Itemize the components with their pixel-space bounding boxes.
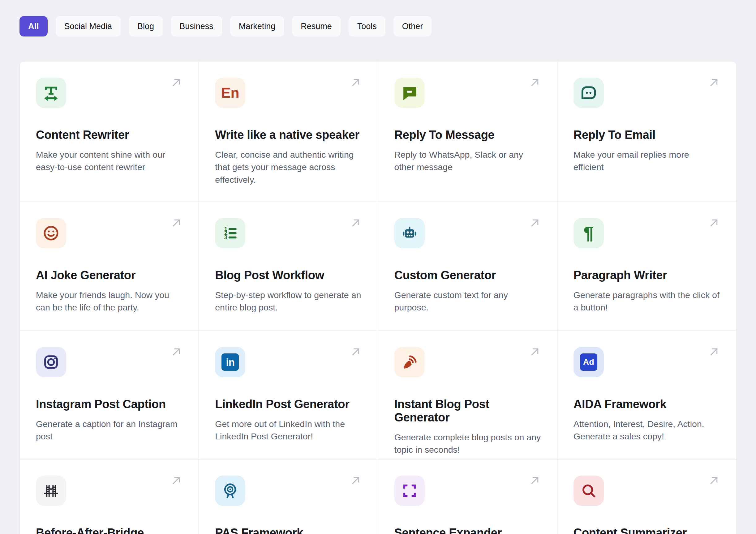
card-header [394,347,542,377]
template-card[interactable]: Custom Generator Generate custom text fo… [378,202,557,331]
card-title: Paragraph Writer [574,269,721,282]
expand-icon [394,475,425,506]
card-description: Generate a caption for an Instagram post [36,418,183,443]
card-header [574,475,721,506]
card-header [215,475,362,506]
card-title: Reply To Email [574,128,721,142]
template-grid-container: Content Rewriter Make your content shine… [19,61,737,534]
card-description: Attention, Interest, Desire, Action. Gen… [574,418,721,443]
bridge-icon [36,475,66,506]
arrow-up-right-icon[interactable] [528,76,542,89]
smiley-icon [36,218,66,248]
template-card[interactable]: Instant Blog Post Generator Generate com… [378,331,557,459]
card-header [574,78,721,108]
arrow-up-right-icon[interactable] [349,76,363,89]
quill-signal-icon [394,347,425,377]
card-header [394,78,542,108]
card-title: AI Joke Generator [36,269,183,282]
arrow-up-right-icon[interactable] [170,76,183,89]
arrow-up-right-icon[interactable] [170,474,183,487]
chat-dots-icon [574,78,604,108]
category-filter-pill[interactable]: Tools [349,16,386,37]
template-card[interactable]: ¶ Paragraph Writer Generate paragraphs w… [557,202,736,331]
pilcrow-icon: ¶ [574,218,604,248]
arrow-up-right-icon[interactable] [707,345,721,359]
template-card[interactable]: Before-After-Bridge [20,460,199,534]
card-title: Custom Generator [394,269,542,282]
card-description: Make your email replies more efficient [574,148,721,174]
arrow-up-right-icon[interactable] [528,345,542,359]
template-grid: Content Rewriter Make your content shine… [20,62,736,534]
category-filter-bar: All Social Media Blog Business Marketing… [19,16,737,37]
template-card[interactable]: Sentence Expander [378,460,557,534]
card-description: Make your friends laugh. Now you can be … [36,289,183,314]
card-title: Blog Post Workflow [215,269,362,282]
arrow-up-right-icon[interactable] [170,216,183,230]
robot-icon [394,218,425,248]
card-title: Content Summarizer [574,526,721,534]
template-gallery-page: All Social Media Blog Business Marketing… [0,0,756,534]
numbered-list-icon: 123 [215,218,245,248]
card-description: Generate custom text for any purpose. [394,289,542,314]
template-card[interactable]: Ad AIDA Framework Attention, Interest, D… [557,331,736,459]
text-width-icon [36,78,66,108]
card-title: LinkedIn Post Generator [215,398,362,411]
card-description: Reply to WhatsApp, Slack or any other me… [394,148,542,174]
card-header [36,475,183,506]
template-card[interactable]: AI Joke Generator Make your friends laug… [20,202,199,331]
category-filter-pill[interactable]: Other [393,16,432,37]
arrow-up-right-icon[interactable] [707,216,721,230]
category-filter-pill[interactable]: Marketing [230,16,284,37]
card-description: Make your content shine with our easy-to… [36,148,183,174]
arrow-up-right-icon[interactable] [707,76,721,89]
card-header [36,78,183,108]
arrow-up-right-icon[interactable] [170,345,183,359]
svg-text:3: 3 [224,234,227,241]
arrow-up-right-icon[interactable] [528,474,542,487]
card-title: Reply To Message [394,128,542,142]
card-header [36,218,183,248]
card-header: ¶ [574,218,721,248]
template-card[interactable]: Reply To Message Reply to WhatsApp, Slac… [378,62,557,201]
arrow-up-right-icon[interactable] [349,216,363,230]
card-header: En [215,78,362,108]
card-header: Ad [574,347,721,377]
ad-icon: Ad [574,347,604,377]
card-header: 123 [215,218,362,248]
english-language-icon: En [215,78,245,108]
card-description: Get more out of LinkedIn with the Linked… [215,418,362,443]
template-card[interactable]: PAS Framework [199,460,378,534]
template-card[interactable]: En Write like a native speaker Clear, co… [199,62,378,201]
card-title: Sentence Expander [394,526,542,534]
category-filter-pill[interactable]: Business [171,16,222,37]
card-title: Instant Blog Post Generator [394,398,542,424]
category-filter-pill[interactable]: Blog [129,16,163,37]
card-header [394,218,542,248]
arrow-up-right-icon[interactable] [707,474,721,487]
template-card[interactable]: Content Summarizer [557,460,736,534]
magnifier-icon [574,475,604,506]
card-description: Generate paragraphs with the click of a … [574,289,721,314]
template-card[interactable]: Instagram Post Caption Generate a captio… [20,331,199,459]
category-filter-pill[interactable]: Social Media [56,16,121,37]
card-header: in [215,347,362,377]
category-filter-pill[interactable]: All [19,16,48,37]
template-card[interactable]: 123 Blog Post Workflow Step-by-step work… [199,202,378,331]
target-award-icon [215,475,245,506]
instagram-icon [36,347,66,377]
card-title: AIDA Framework [574,398,721,411]
arrow-up-right-icon[interactable] [528,216,542,230]
template-card[interactable]: Content Rewriter Make your content shine… [20,62,199,201]
category-filter-pill[interactable]: Resume [292,16,340,37]
linkedin-icon: in [215,347,245,377]
arrow-up-right-icon[interactable] [349,474,363,487]
card-header [36,347,183,377]
card-title: Before-After-Bridge [36,526,183,534]
arrow-up-right-icon[interactable] [349,345,363,359]
template-card[interactable]: in LinkedIn Post Generator Get more out … [199,331,378,459]
template-card[interactable]: Reply To Email Make your email replies m… [557,62,736,201]
card-description: Generate complete blog posts on any topi… [394,431,542,456]
card-title: Write like a native speaker [215,128,362,142]
chat-dash-icon [394,78,425,108]
card-title: Instagram Post Caption [36,398,183,411]
